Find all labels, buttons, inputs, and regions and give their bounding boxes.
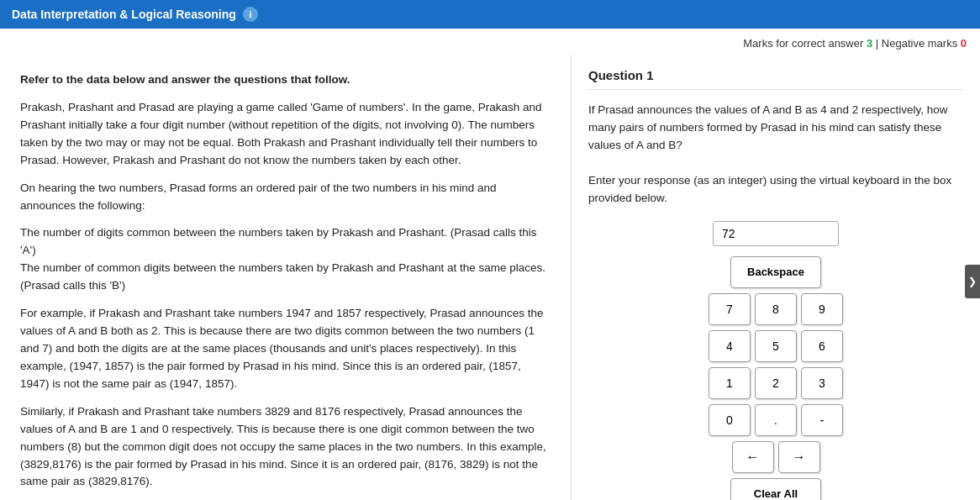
info-icon[interactable]: i [243, 7, 258, 22]
paragraph4: For example, if Prakash and Prashant tak… [20, 305, 551, 393]
key-1[interactable]: 1 [709, 367, 751, 399]
arrow-left-button[interactable]: ← [732, 441, 774, 473]
intro-text: Refer to the data below and answer the q… [20, 71, 551, 89]
collapse-button[interactable]: ❯ [965, 265, 980, 298]
left-panel: Refer to the data below and answer the q… [0, 55, 572, 500]
answer-input[interactable] [713, 221, 839, 246]
clear-row: Clear All [730, 478, 821, 500]
paragraph5: Similarly, if Prakash and Prashant take … [20, 403, 551, 492]
marks-negative-value: 0 [961, 37, 967, 50]
backspace-row: Backspace [730, 256, 821, 288]
key-0[interactable]: 0 [709, 404, 751, 436]
arrow-row: ← → [732, 441, 820, 473]
top-bar: Data Interpretation & Logical Reasoning … [0, 0, 980, 29]
paragraph2: On hearing the two numbers, Prasad forms… [20, 180, 551, 215]
question-header: Question 1 [588, 68, 963, 90]
virtual-keyboard: Backspace 7 8 9 4 5 6 1 2 3 0 . - [588, 221, 963, 500]
key-minus[interactable]: - [801, 404, 843, 436]
right-panel: Question 1 If Prasad announces the value… [572, 55, 980, 500]
clear-all-button[interactable]: Clear All [730, 478, 821, 500]
content-area: Refer to the data below and answer the q… [0, 55, 980, 500]
key-3[interactable]: 3 [801, 367, 843, 399]
key-5[interactable]: 5 [755, 330, 797, 362]
key-7[interactable]: 7 [709, 293, 751, 325]
question-text: If Prasad announces the values of A and … [588, 102, 963, 208]
keys-row-2: 4 5 6 [709, 330, 843, 362]
paragraph3: The number of digits common between the … [20, 224, 551, 295]
backspace-button[interactable]: Backspace [730, 256, 821, 288]
key-dot[interactable]: . [755, 404, 797, 436]
key-4[interactable]: 4 [709, 330, 751, 362]
key-9[interactable]: 9 [801, 293, 843, 325]
arrow-right-button[interactable]: → [778, 441, 820, 473]
marks-bar: Marks for correct answer 3 | Negative ma… [0, 29, 980, 55]
key-2[interactable]: 2 [755, 367, 797, 399]
top-bar-title: Data Interpretation & Logical Reasoning [12, 8, 236, 21]
marks-separator: | [876, 37, 878, 50]
key-6[interactable]: 6 [801, 330, 843, 362]
marks-correct-value: 3 [867, 37, 872, 50]
paragraph1: Prakash, Prashant and Prasad are playing… [20, 99, 551, 170]
key-8[interactable]: 8 [755, 293, 797, 325]
keys-row-4: 0 . - [709, 404, 843, 436]
collapse-icon: ❯ [968, 276, 977, 287]
marks-correct-label: Marks for correct answer [743, 37, 863, 50]
keys-row-3: 1 2 3 [709, 367, 843, 399]
keys-row-1: 7 8 9 [709, 293, 843, 325]
marks-negative-label: Negative marks [882, 37, 957, 50]
